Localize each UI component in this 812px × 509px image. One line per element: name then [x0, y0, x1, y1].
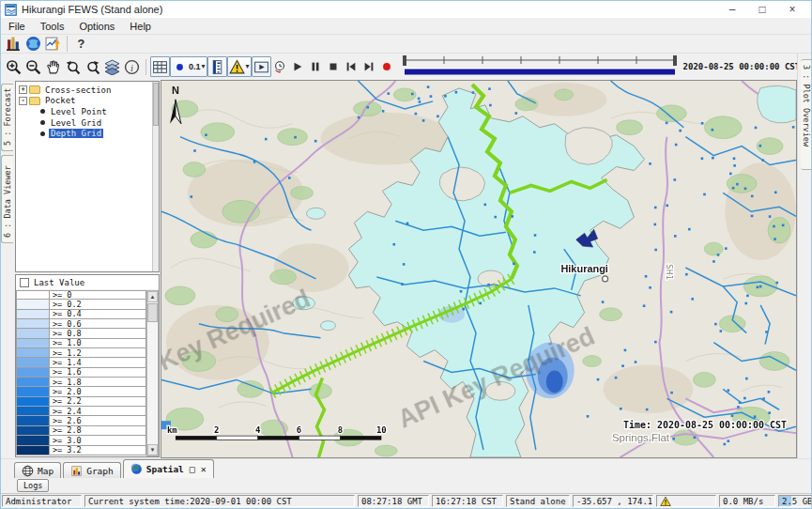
info-button[interactable]: i [122, 56, 142, 77]
animate-button[interactable] [271, 56, 289, 77]
animate-icon [273, 60, 286, 73]
legend-panel: Last Value >= 0>= 0.2>= 0.4>= 0.6>= 0.8>… [15, 274, 160, 457]
svg-text:?: ? [78, 37, 85, 51]
legend-row[interactable]: >= 2.2 [16, 397, 146, 407]
menu-file[interactable]: File [1, 20, 33, 33]
tree-item-depth-grid[interactable]: Depth Grid [19, 128, 152, 139]
warning-button[interactable]: ▾ [227, 56, 252, 77]
legend-row[interactable]: >= 1.0 [16, 339, 146, 348]
tab-close-icon[interactable]: ✕ [201, 464, 207, 474]
tree-item-cross-section[interactable]: +Cross-section [19, 85, 152, 96]
chart-arrow-button[interactable] [43, 34, 63, 54]
status-warning[interactable] [656, 495, 716, 507]
menu-tools[interactable]: Tools [33, 20, 72, 33]
legend-row[interactable]: >= 3.2 [16, 446, 146, 455]
logs-button[interactable]: Logs [17, 479, 49, 492]
help-icon: ? [73, 36, 89, 52]
legend-row[interactable]: >= 1.6 [16, 368, 146, 378]
scroll-down-icon[interactable]: ▼ [147, 444, 158, 455]
legend-row[interactable]: >= 0.4 [16, 310, 146, 319]
zoom-prev-button[interactable] [63, 56, 83, 77]
legend-color-swatch [16, 397, 50, 407]
tab-map[interactable]: Map [14, 462, 61, 478]
legend-value-label: >= 0.4 [50, 310, 146, 319]
data-viewer-panel: +Cross-section-PocketLevel PointLevel Gr… [14, 80, 161, 458]
close-button[interactable]: × [777, 2, 807, 17]
skip-end-icon [362, 60, 375, 73]
zoom-in-icon [6, 59, 22, 75]
tab-maximize-icon[interactable]: □ [190, 464, 195, 474]
legend-row[interactable]: >= 2.8 [16, 426, 146, 436]
tab-label: Map [38, 466, 54, 476]
status-coordinates: -35.657 , 174.199 [573, 495, 653, 507]
minimize-button[interactable]: – [717, 2, 747, 17]
application-window: Hikurangi FEWS (Stand alone) – □ × FileT… [0, 0, 812, 509]
play-button[interactable] [289, 56, 307, 77]
map-canvas[interactable]: API Key Required API Key Required Hikura… [161, 81, 796, 457]
svg-text:i: i [130, 62, 133, 72]
slider-handle-left [403, 55, 406, 66]
scale-dot-button[interactable]: 0.1▾ [170, 56, 207, 77]
legend-value-label: >= 2.8 [50, 426, 146, 436]
tab-spatial[interactable]: Spatial□✕ [123, 459, 214, 478]
menu-help[interactable]: Help [122, 20, 159, 33]
legend-row[interactable]: >= 1.4 [16, 358, 146, 367]
legend-color-swatch [16, 348, 50, 358]
tree-expander-icon[interactable]: + [19, 85, 27, 94]
legend-row[interactable]: >= 2.4 [16, 407, 146, 416]
legend-row[interactable]: >= 2.0 [16, 387, 146, 396]
zoom-in-button[interactable] [4, 56, 23, 77]
sidebar-tab-data-viewer[interactable]: 6 : Data Viewer [1, 155, 13, 243]
ruler-button[interactable] [207, 56, 227, 77]
tree-item-pocket[interactable]: -Pocket [19, 96, 152, 107]
legend-row[interactable]: >= 3.0 [16, 436, 146, 445]
record-button[interactable] [378, 56, 396, 77]
maximize-button[interactable]: □ [747, 2, 777, 17]
legend-row[interactable]: >= 0.8 [16, 329, 146, 338]
legend-row[interactable]: >= 2.6 [16, 416, 146, 425]
layers-button[interactable] [102, 56, 122, 77]
legend-value-label: >= 0.2 [50, 300, 146, 309]
legend-row[interactable]: >= 0.2 [16, 300, 146, 309]
tab-graph[interactable]: Graph [63, 462, 121, 478]
tree-expander-icon[interactable]: - [19, 97, 27, 105]
skip-start-button[interactable] [343, 56, 360, 77]
tree-item-level-grid[interactable]: Level Grid [19, 117, 152, 129]
movie-icon [253, 59, 269, 75]
legend-row[interactable]: >= 1.8 [16, 378, 146, 387]
zoom-next-icon [84, 59, 100, 75]
legend-scrollbar[interactable]: ▲ ▼ [146, 290, 159, 456]
bar-chart-button[interactable] [4, 34, 23, 54]
status-user: Administrator [2, 495, 82, 507]
stop-button[interactable] [325, 56, 343, 77]
legend-row[interactable]: >= 1.2 [16, 348, 146, 358]
tree-item-level-point[interactable]: Level Point [19, 106, 152, 117]
scroll-thumb[interactable] [147, 303, 158, 322]
zoom-out-button[interactable] [23, 56, 43, 77]
legend-row[interactable]: >= 0 [16, 290, 146, 300]
legend-color-swatch [16, 416, 50, 425]
legend-color-swatch [16, 310, 50, 319]
pause-button[interactable] [307, 56, 325, 77]
sidebar-tab-forecast[interactable]: 5 : Forecast [1, 84, 13, 151]
road-label: SH1 [665, 264, 675, 280]
pan-button[interactable] [43, 56, 63, 77]
time-slider[interactable] [401, 54, 679, 80]
zoom-next-button[interactable] [83, 56, 102, 77]
sidebar-tab-plot-overview[interactable]: 3 : Plot Overview [801, 59, 812, 170]
scroll-up-icon[interactable]: ▲ [147, 291, 158, 302]
help-button[interactable]: ? [71, 34, 91, 54]
grid-button[interactable] [150, 56, 170, 77]
tree-scrollbar[interactable] [152, 82, 159, 271]
play-icon [291, 60, 304, 73]
zoom-prev-icon [65, 59, 81, 75]
skip-end-button[interactable] [360, 56, 378, 77]
menu-options[interactable]: Options [71, 20, 122, 33]
movie-button[interactable] [252, 56, 271, 77]
legend-value-label: >= 2.4 [50, 407, 146, 416]
map-view[interactable]: API Key Required API Key Required Hikura… [161, 80, 797, 458]
chevron-down-icon: ▾ [246, 63, 250, 70]
globe-button[interactable] [23, 34, 43, 54]
last-value-checkbox[interactable] [20, 278, 29, 287]
legend-row[interactable]: >= 0.6 [16, 319, 146, 329]
